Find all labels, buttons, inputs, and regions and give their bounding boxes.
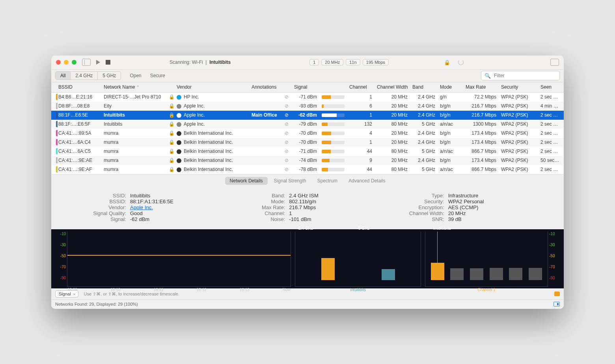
cell-bssid: 88:1F:…:E6:5F	[56, 121, 101, 127]
cell-band: 5 GHz	[410, 121, 438, 127]
search-field[interactable]: 🔍	[481, 71, 560, 80]
titlebar-chip: 11n	[346, 59, 360, 65]
cell-channel-width: 20 MHz	[375, 158, 410, 163]
table-row[interactable]: B4:B6…E:21:16 DIRECT-15-…Jet Pro 8710 🔒 …	[51, 93, 564, 102]
table-body: B4:B6…E:21:16 DIRECT-15-…Jet Pro 8710 🔒 …	[51, 93, 564, 174]
band-compare-chart: 2.4 GHz 5 GHz Intuitibits	[295, 232, 421, 287]
column-header[interactable]: Channel	[347, 84, 375, 90]
cell-signal-bar	[319, 123, 347, 126]
lock-icon: 🔒	[166, 121, 174, 127]
cell-name: Intuitibits	[101, 121, 166, 127]
channel-bar	[470, 268, 483, 280]
channel-bar	[509, 268, 522, 280]
band-segment-item[interactable]: All	[56, 72, 71, 80]
detail-row: Channel:1	[234, 210, 381, 216]
cell-security: WPA2 (PSK)	[499, 158, 538, 163]
cell-vendor: Belkin International Inc.	[174, 167, 249, 172]
xtick: 16:11	[153, 288, 163, 292]
detail-row: SSID:Intuitibits	[75, 193, 222, 199]
table-row[interactable]: CA:41:…:9E:AE mumra 🔒 Belkin Internation…	[51, 156, 564, 165]
cell-mode: b/g/n	[438, 158, 463, 163]
cell-bssid: CA:41:…:9E:AF	[56, 167, 101, 172]
band-segment-item[interactable]: 5 GHz	[98, 72, 121, 80]
cell-security: WPA2 (PSK)	[499, 139, 538, 145]
column-header[interactable]: Security	[499, 84, 538, 90]
cell-seen: 2 sec ago	[538, 112, 562, 118]
channel-chart: Intuitibits -10-30-50-70-90 Channel 1	[425, 232, 548, 287]
cell-security: WPA2 (PSK)	[499, 112, 538, 118]
channel-bar	[529, 268, 542, 280]
detail-label: Max Rate:	[234, 204, 285, 210]
table-row[interactable]: CA:41:…6A:C4 mumra 🔒 Belkin Internationa…	[51, 138, 564, 147]
cell-seen: 2 sec ago	[538, 94, 562, 100]
cell-channel-width: 80 MHz	[375, 121, 410, 127]
panel-toggle-icon[interactable]	[550, 59, 559, 66]
table-row[interactable]: CA:41:…:89:5A mumra 🔒 Belkin Internation…	[51, 129, 564, 138]
detail-row: Band:2.4 GHz ISM	[234, 193, 381, 199]
column-header[interactable]: Seen	[538, 84, 562, 90]
detail-tab[interactable]: Network Details	[225, 177, 268, 185]
bottom-hint: Use ⇧⌘. or ⇧⌘, to increase/decrease time…	[84, 292, 179, 297]
vendor-icon	[177, 158, 181, 163]
vendor-icon	[177, 140, 181, 145]
filter-secure[interactable]: Secure	[150, 73, 165, 78]
scanning-label: Scanning: Wi-Fi	[170, 59, 203, 65]
filter-open[interactable]: Open	[130, 73, 141, 78]
lock-icon: 🔒	[166, 158, 174, 163]
cell-mode: b/g/n	[438, 139, 463, 145]
column-header[interactable]: Vendor	[174, 84, 249, 90]
cell-signal-bar	[319, 141, 347, 144]
table-row[interactable]: CA:41:…6A:C5 mumra 🔒 Belkin Internationa…	[51, 147, 564, 156]
column-header[interactable]: BSSID	[56, 84, 101, 90]
cell-maxrate: 173.4 Mbps	[463, 158, 499, 163]
detail-tab[interactable]: Advanced Details	[344, 177, 390, 185]
vendor-link[interactable]: Apple Inc.	[130, 204, 153, 210]
column-header[interactable]: Mode	[438, 84, 463, 90]
layout-icon[interactable]	[554, 302, 560, 306]
titlebar-chip: 195 Mbps	[363, 59, 389, 65]
cell-name: Intuitibits	[101, 112, 166, 118]
column-header[interactable]: Annotations	[249, 84, 281, 90]
zoom-icon[interactable]	[72, 60, 76, 65]
cell-channel-width: 80 MHz	[375, 149, 410, 154]
cell-maxrate: 866.7 Mbps	[463, 167, 499, 172]
table-row[interactable]: 88:1F…E6:5E Intuitibits 🔒 Apple Inc. Mai…	[51, 111, 564, 120]
band-segment-item[interactable]: 2.4 GHz	[71, 72, 98, 80]
vendor-icon	[177, 167, 181, 172]
detail-tab[interactable]: Spectrum	[313, 177, 342, 185]
detail-row: Type:Infrastructure	[393, 193, 540, 199]
detail-row: Signal Quality:Good	[75, 210, 222, 216]
detail-value: 39 dB	[448, 216, 462, 222]
lock-icon: 🔒	[166, 167, 174, 172]
table-row[interactable]: D8:8F:…08:E8 Eity 🔒 Apple Inc. ⊘ -93 dBm…	[51, 102, 564, 111]
chart-label-channel: Channel 1	[425, 288, 548, 292]
stop-icon[interactable]	[106, 60, 110, 65]
column-header[interactable]: Network Name ⌃	[101, 84, 166, 90]
table-row[interactable]: 88:1F:…:E6:5F Intuitibits 🔒 Apple Inc. ⊘…	[51, 120, 564, 129]
search-input[interactable]	[492, 72, 556, 79]
chart-title-net: Intuitibits	[433, 226, 451, 230]
lock-icon: 🔒	[166, 103, 174, 109]
cell-bssid: 88:1F…E6:5E	[56, 112, 101, 118]
spinner-icon	[458, 59, 464, 65]
cell-bssid: CA:41:…:89:5A	[56, 130, 101, 136]
chart-title-5: 5 GHz	[358, 226, 369, 230]
cell-security: WPA2 (PSK)	[499, 103, 538, 109]
table-row[interactable]: CA:41:…:9E:AF mumra 🔒 Belkin Internation…	[51, 165, 564, 174]
cell-channel-width: 20 MHz	[375, 103, 410, 109]
column-header[interactable]: Max Rate	[463, 84, 499, 90]
detail-tab[interactable]: Signal Strength	[269, 177, 311, 185]
cell-signal: -70 dBm	[292, 139, 319, 145]
sidebar-toggle-icon[interactable]	[82, 59, 91, 66]
column-header[interactable]: Channel Width	[375, 84, 410, 90]
detail-tabs: Network DetailsSignal StrengthSpectrumAd…	[51, 174, 564, 187]
annotation-icon: ⊘	[281, 139, 292, 145]
column-header[interactable]: Signal	[292, 84, 319, 90]
close-icon[interactable]	[56, 60, 61, 65]
column-header[interactable]: Band	[410, 84, 438, 90]
minimize-icon[interactable]	[64, 60, 69, 65]
metric-select[interactable]: Signal	[55, 290, 78, 297]
detail-value: AES (CCMP)	[448, 204, 479, 210]
channel-bar	[450, 268, 464, 280]
play-icon[interactable]	[96, 60, 100, 65]
